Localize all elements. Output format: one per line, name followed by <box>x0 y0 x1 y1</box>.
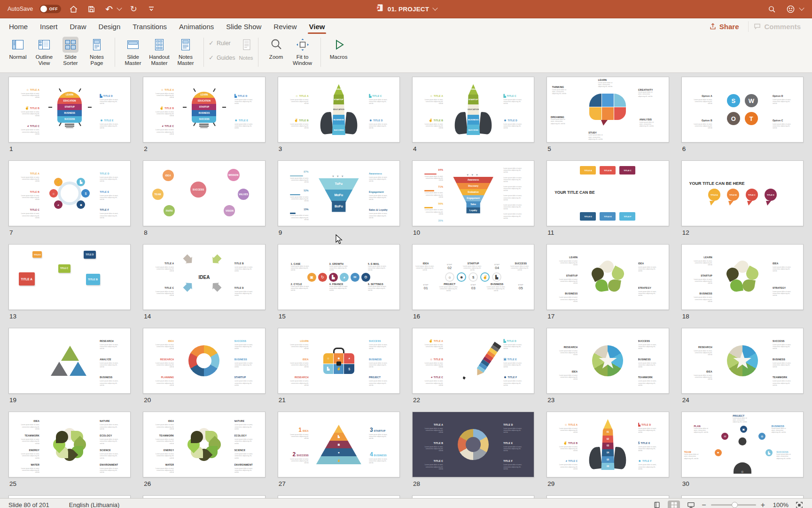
slide-13-thumbnail[interactable]: TITLE ETITLE DTITLE CTITLE ATITLE B <box>8 244 131 310</box>
slide-6-thumbnail[interactable]: Option ALorem ipsum dolor sit amet, cons… <box>681 77 804 143</box>
slide-label: WATERLorem ipsum dolor sit amet, consect… <box>155 459 174 473</box>
ruler-checkbox[interactable]: ✓ Ruler <box>209 40 235 47</box>
slide-graphic: $TITLE E <box>638 437 657 446</box>
handout-master-button[interactable]: Handout Master <box>147 37 172 66</box>
slide-16-thumbnail[interactable]: IDEALorem ipsum dolor sit amet, consecte… <box>412 244 534 310</box>
slide-4-thumbnail[interactable]: ☼TITLE ALorem ipsum dolor sit amet, cons… <box>412 77 534 143</box>
tab-design[interactable]: Design <box>93 18 127 34</box>
slide-label: STRATEGYLorem ipsum dolor sit amet, cons… <box>638 282 657 296</box>
slide-left-labels: 94%Lorem ipsum dolor sit amet, consectet… <box>415 164 443 222</box>
slide-24-thumbnail[interactable]: RESEARCHLorem ipsum dolor sit amet, cons… <box>681 328 804 394</box>
tab-animations[interactable]: Animations <box>173 18 220 34</box>
slide-thumbnail-partial[interactable] <box>681 495 804 498</box>
home-icon[interactable] <box>68 3 79 15</box>
slide-22-thumbnail[interactable]: ✌TITLE ALorem ipsum dolor sit amet, cons… <box>412 328 534 394</box>
tab-insert[interactable]: Insert <box>34 18 64 34</box>
slide-graphic: ☻ <box>503 119 507 122</box>
zoom-out-button[interactable]: − <box>702 501 706 508</box>
ray <box>194 88 196 92</box>
slide-graphic: ☻ <box>234 119 238 122</box>
comments-button[interactable]: Comments <box>748 21 805 32</box>
normal-view-button[interactable]: Normal <box>5 37 31 60</box>
slide-12-thumbnail[interactable]: YOUR TITLE CAN BE HERETITLE ATITLE BTITL… <box>681 160 804 226</box>
quote-tail <box>728 201 734 206</box>
slide-graphic: 87% <box>290 166 309 175</box>
slide-9-thumbnail[interactable]: 87%Lorem ipsum dolor sit amet, consectet… <box>278 160 400 226</box>
zoom-level[interactable]: 100% <box>770 501 789 508</box>
slide-sorter-button[interactable]: Slide Sorter <box>58 37 83 66</box>
slide-5-thumbnail[interactable]: LEARNLorem ipsum dolor sit amet, consect… <box>547 77 669 143</box>
slide-graphic: Lorem ipsum dolor sit amet, consectetur … <box>234 380 253 386</box>
account-icon[interactable] <box>785 3 796 15</box>
slide-2-thumbnail[interactable]: ☼TITLE ALorem ipsum dolor sit amet, cons… <box>143 77 265 143</box>
zoom-button[interactable]: Zoom <box>264 37 289 60</box>
outline-view-button[interactable]: Outline View <box>31 37 57 66</box>
macros-button[interactable]: Macros <box>326 37 351 60</box>
tab-home[interactable]: Home <box>3 18 34 34</box>
slide-thumbnail-partial[interactable] <box>412 495 534 498</box>
slideshow-status-button[interactable] <box>685 500 697 508</box>
slide-7-thumbnail[interactable]: TITLE ALorem ipsum dolor sit amet, conse… <box>8 160 131 226</box>
slide-28-thumbnail[interactable]: TITLE ALorem ipsum dolor sit amet, conse… <box>412 412 534 477</box>
redo-icon[interactable]: ↻ <box>128 3 139 15</box>
slide-thumbnail-partial[interactable] <box>8 495 131 498</box>
slide-10-thumbnail[interactable]: 94%Lorem ipsum dolor sit amet, consectet… <box>412 160 534 226</box>
notes-master-button[interactable]: Notes Master <box>173 37 198 66</box>
undo-icon[interactable]: ↶ <box>103 3 115 15</box>
slide-25-thumbnail[interactable]: IDEALorem ipsum dolor sit amet, consecte… <box>8 412 131 477</box>
slide-master-button[interactable]: Slide Master <box>120 37 146 66</box>
zoom-in-button[interactable]: + <box>761 501 765 508</box>
slide-sorter-status-button[interactable] <box>668 500 680 508</box>
fit-slide-button[interactable] <box>793 500 805 508</box>
document-title[interactable]: 01. PROJECT <box>388 6 429 13</box>
normal-view-status-button[interactable] <box>651 500 663 508</box>
share-button[interactable]: Share <box>704 21 744 32</box>
tab-view[interactable]: View <box>303 18 331 34</box>
slide-17-thumbnail[interactable]: LEARNLorem ipsum dolor sit amet, consect… <box>547 244 669 310</box>
slide-number: 19 <box>8 394 131 404</box>
slide-graphic: Lorem ipsum dolor sit amet, consectetur … <box>773 123 791 129</box>
slide-29-thumbnail[interactable]: ☼TITLE ALorem ipsum dolor sit amet, cons… <box>547 412 669 477</box>
slide-8-thumbnail[interactable]: IDEAMISSIONTEAMSUCCESSVALUESFAITHVISION <box>143 160 265 226</box>
account-chevron-icon[interactable] <box>799 5 804 10</box>
slide-graphic: RESEARCH <box>160 358 174 361</box>
slide-center-graphic: ▙▣☻✌ <box>309 415 369 474</box>
search-icon[interactable] <box>766 3 777 15</box>
tab-review[interactable]: Review <box>267 18 303 34</box>
language-indicator[interactable]: English (Lithuania) <box>69 501 120 508</box>
slide-graphic: Lorem ipsum dolor sit amet, consectetur … <box>640 121 656 127</box>
save-icon[interactable] <box>86 3 97 15</box>
slide-26-thumbnail[interactable]: IDEALorem ipsum dolor sit amet, consecte… <box>143 412 265 477</box>
ray <box>88 107 92 108</box>
slide-19-thumbnail[interactable]: RESEARCHLorem ipsum dolor sit amet, cons… <box>8 328 131 394</box>
slide-11-thumbnail[interactable]: YOUR TITLE CAN BETITLE ATITLE BTITLE CTI… <box>547 160 669 226</box>
undo-chevron-icon[interactable] <box>117 5 122 10</box>
zoom-slider-thumb[interactable] <box>732 502 738 508</box>
slide-thumbnail-partial[interactable] <box>143 495 265 498</box>
tab-transitions[interactable]: Transitions <box>126 18 173 34</box>
slide-20-thumbnail[interactable]: IDEALorem ipsum dolor sit amet, consecte… <box>143 328 265 394</box>
title-chevron-icon[interactable] <box>433 5 438 10</box>
fit-to-window-button[interactable]: Fit to Window <box>290 37 315 66</box>
slide-21-thumbnail[interactable]: LEARNLorem ipsum dolor sit amet, consect… <box>278 328 400 394</box>
slide-15-thumbnail[interactable]: 1. CASELorem ipsum dolor sit amet, conse… <box>278 244 400 310</box>
customize-toolbar-icon[interactable] <box>146 3 157 15</box>
slide-1-thumbnail[interactable]: ☼TITLE ALorem ipsum dolor sit amet, cons… <box>8 77 131 143</box>
slide-23-thumbnail[interactable]: RESEARCHLorem ipsum dolor sit amet, cons… <box>547 328 669 394</box>
slide-14-thumbnail[interactable]: TITLE ALorem ipsum dolor sit amet, conse… <box>143 244 265 310</box>
notes-button[interactable]: Notes <box>239 38 253 61</box>
tab-draw[interactable]: Draw <box>64 18 93 34</box>
slide-27-thumbnail[interactable]: 1IDEALorem ipsum dolor sit amet, consect… <box>278 412 400 477</box>
slide-3-thumbnail[interactable]: ☼TITLE ALorem ipsum dolor sit amet, cons… <box>278 77 400 143</box>
slide-30-thumbnail[interactable]: ☻✉▣⚙▙☼PROJECTLorem ipsum dolor sit amet,… <box>681 412 804 477</box>
tab-slide-show[interactable]: Slide Show <box>220 18 267 34</box>
blob: VALUES <box>238 189 249 200</box>
slide-thumbnail-partial[interactable] <box>547 495 669 498</box>
notes-page-button[interactable]: Notes Page <box>84 37 109 66</box>
guides-checkbox[interactable]: ✓ Guides <box>209 54 235 61</box>
slide-thumbnail-partial[interactable] <box>278 495 400 498</box>
slide-graphic: 94% <box>438 168 444 171</box>
zoom-slider[interactable] <box>711 504 756 506</box>
slide-18-thumbnail[interactable]: LEARNLorem ipsum dolor sit amet, consect… <box>681 244 804 310</box>
autosave-toggle[interactable]: OFF <box>39 5 61 13</box>
